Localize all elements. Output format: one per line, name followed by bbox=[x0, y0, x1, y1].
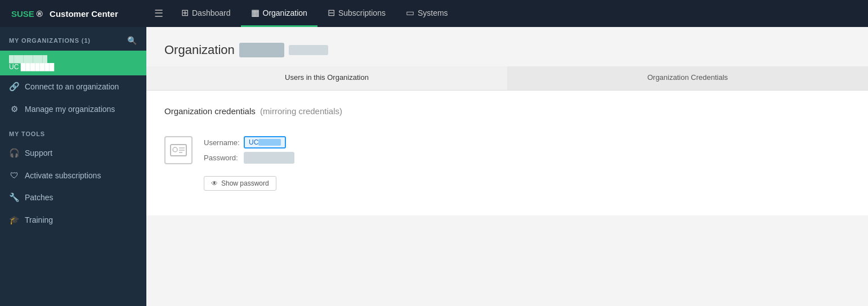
password-row: Password: bbox=[204, 152, 294, 164]
sidebar-item-activate[interactable]: 🛡 Activate subscriptions bbox=[0, 164, 146, 186]
main-content: Organization Users in this Organization … bbox=[146, 27, 868, 306]
main-layout: MY ORGANIZATIONS (1) 🔍 ████████ UC █████… bbox=[0, 27, 868, 306]
sidebar-item-manage[interactable]: ⚙ Manage my organizations bbox=[0, 98, 146, 120]
sidebar-item-training[interactable]: 🎓 Training bbox=[0, 209, 146, 231]
credentials-card: Username: UC Password: 👁 Show pas bbox=[164, 127, 850, 200]
org-id: UC ███████ bbox=[9, 63, 137, 71]
username-label: Username: bbox=[204, 138, 240, 147]
username-row: Username: UC bbox=[204, 136, 294, 148]
nav-tab-dashboard[interactable]: ⊞ Dashboard bbox=[171, 0, 241, 27]
training-icon: 🎓 bbox=[9, 215, 19, 225]
subscriptions-icon: ⊟ bbox=[328, 7, 335, 18]
uc-prefix: UC bbox=[249, 138, 258, 146]
sidebar-activate-label: Activate subscriptions bbox=[25, 171, 101, 180]
show-password-button[interactable]: 👁 Show password bbox=[204, 176, 276, 191]
nav-tab-systems[interactable]: ▭ Systems bbox=[396, 0, 458, 27]
org-name-blurred bbox=[239, 43, 284, 57]
password-value bbox=[244, 152, 294, 164]
app-logo-dot: ® bbox=[37, 9, 43, 19]
credentials-section-title: Organization credentials (mirroring cred… bbox=[164, 106, 850, 116]
page-title-text: Organization bbox=[164, 43, 235, 57]
sidebar-support-label: Support bbox=[25, 148, 52, 158]
tab-users-label: Users in this Organization bbox=[285, 73, 369, 82]
nav-tab-organization-label: Organization bbox=[263, 8, 307, 17]
headset-icon: 🎧 bbox=[9, 148, 19, 158]
nav-tab-organization[interactable]: ▦ Organization bbox=[241, 0, 317, 27]
svg-point-1 bbox=[173, 147, 177, 152]
nav-tab-subscriptions[interactable]: ⊟ Subscriptions bbox=[317, 0, 396, 27]
tab-org-credentials[interactable]: Organization Credentials bbox=[507, 66, 868, 90]
sidebar-org-item[interactable]: ████████ UC ███████ bbox=[0, 51, 146, 75]
content-body: Organization credentials (mirroring cred… bbox=[146, 91, 868, 215]
sidebar-patches-label: Patches bbox=[25, 193, 53, 202]
tab-credentials-label: Organization Credentials bbox=[647, 73, 728, 82]
app-logo-subtitle: Customer Center bbox=[50, 9, 118, 19]
sidebar-item-patches[interactable]: 🔧 Patches bbox=[0, 186, 146, 209]
page-title: Organization bbox=[164, 43, 850, 57]
credentials-title-text: Organization credentials bbox=[164, 106, 256, 116]
page-header: Organization bbox=[146, 27, 868, 66]
sidebar-manage-label: Manage my organizations bbox=[25, 105, 115, 114]
nav-tab-dashboard-label: Dashboard bbox=[192, 8, 231, 17]
sidebar: MY ORGANIZATIONS (1) 🔍 ████████ UC █████… bbox=[0, 27, 146, 306]
patches-icon: 🔧 bbox=[9, 192, 19, 202]
credentials-card-icon bbox=[164, 136, 193, 164]
app-logo-suse: SUSE bbox=[11, 9, 34, 19]
hamburger-button[interactable]: ☰ bbox=[146, 7, 171, 20]
org-id-blurred bbox=[289, 45, 328, 55]
dashboard-icon: ⊞ bbox=[181, 7, 189, 18]
credentials-subtitle: (mirroring credentials) bbox=[258, 106, 342, 116]
tab-users-in-org[interactable]: Users in this Organization bbox=[146, 66, 507, 90]
search-icon[interactable]: 🔍 bbox=[127, 36, 137, 45]
btn-area: 👁 Show password bbox=[204, 172, 294, 191]
uc-blurred bbox=[258, 139, 281, 146]
username-value: UC bbox=[244, 136, 286, 148]
my-orgs-header: MY ORGANIZATIONS (1) 🔍 bbox=[0, 27, 146, 51]
sidebar-item-connect[interactable]: 🔗 Connect to an organization bbox=[0, 75, 146, 98]
sidebar-connect-label: Connect to an organization bbox=[25, 82, 119, 91]
organization-icon: ▦ bbox=[251, 7, 259, 18]
my-orgs-title: MY ORGANIZATIONS (1) bbox=[9, 37, 91, 44]
link-icon: 🔗 bbox=[9, 82, 19, 92]
credentials-fields: Username: UC Password: 👁 Show pas bbox=[204, 136, 294, 191]
top-nav: SUSE® Customer Center ☰ ⊞ Dashboard ▦ Or… bbox=[0, 0, 868, 27]
sidebar-item-support[interactable]: 🎧 Support bbox=[0, 142, 146, 164]
gear-icon: ⚙ bbox=[9, 104, 19, 114]
password-label: Password: bbox=[204, 154, 240, 162]
nav-tab-subscriptions-label: Subscriptions bbox=[338, 8, 386, 17]
systems-icon: ▭ bbox=[406, 7, 414, 18]
app-logo: SUSE® Customer Center bbox=[0, 9, 146, 19]
shield-icon: 🛡 bbox=[9, 170, 19, 180]
content-tabs: Users in this Organization Organization … bbox=[146, 66, 868, 91]
id-card-svg bbox=[170, 143, 187, 157]
nav-tab-systems-label: Systems bbox=[418, 8, 448, 17]
sidebar-training-label: Training bbox=[25, 215, 53, 224]
eye-icon: 👁 bbox=[211, 179, 218, 187]
main-nav-tabs: ⊞ Dashboard ▦ Organization ⊟ Subscriptio… bbox=[171, 0, 458, 27]
org-name: ████████ bbox=[9, 55, 137, 63]
show-password-label: Show password bbox=[221, 179, 269, 187]
my-tools-header: MY TOOLS bbox=[0, 120, 146, 142]
